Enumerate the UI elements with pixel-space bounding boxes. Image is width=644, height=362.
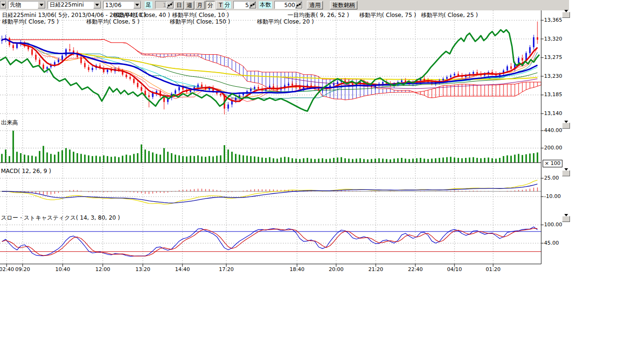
time-axis-label: 09:20 xyxy=(15,266,30,272)
value-axis-label: 13,230 xyxy=(544,73,562,79)
chart-application-window: { "toolbar": { "partial_combo_arrow": "c… xyxy=(0,0,644,362)
value-axis-label: 13,185 xyxy=(544,91,562,98)
time-axis-label: 01:20 xyxy=(486,266,501,272)
legend-item: 移動平均( Close, 5 ) xyxy=(86,18,140,26)
ichimoku-cloud-group xyxy=(2,39,541,99)
chevron-down-icon xyxy=(564,168,568,180)
legend-item: 移動平均( Close, 20 ) xyxy=(257,18,314,26)
value-axis-label: 100.00 xyxy=(544,222,562,228)
chevron-down-icon xyxy=(564,121,568,132)
time-axis-label: 18:40 xyxy=(289,266,305,272)
value-axis-label: 45.00 xyxy=(544,240,559,246)
legend-item: 移動平均( Close, 75 ) xyxy=(359,11,416,19)
macd-group xyxy=(0,180,541,204)
candles-group xyxy=(1,22,538,115)
stochastics-panel-title: スロー・ストキャスティクス( 14, 3, 80, 20 ) xyxy=(1,214,120,222)
time-axis-label: 14:40 xyxy=(175,266,190,272)
stochastics-group xyxy=(0,227,541,256)
time-axis-label: 04/10 xyxy=(447,266,462,272)
volume-panel-title: 出来高 xyxy=(1,119,18,127)
time-axis-label: 20:00 xyxy=(329,266,344,272)
value-axis-label: 25.00 xyxy=(544,175,559,181)
chevron-down-icon xyxy=(564,214,568,225)
price-panel-dropdown-button[interactable] xyxy=(562,12,570,18)
time-axis-label: 17:20 xyxy=(219,266,234,272)
comparison-line-group xyxy=(0,30,539,111)
axis-group xyxy=(0,10,544,267)
ma-thick-lines-group xyxy=(2,39,537,101)
time-axis-label: 21:20 xyxy=(368,266,383,272)
time-axis-label: 22:40 xyxy=(408,266,423,272)
value-axis-label: 200.00 xyxy=(544,145,562,151)
value-axis-label: 13,320 xyxy=(544,36,562,42)
time-axis-label: 12:00 xyxy=(95,266,110,272)
value-axis-label: 13,275 xyxy=(544,54,562,60)
macd-panel-title: MACD( 12, 26, 9 ) xyxy=(1,168,51,174)
legend-item: 移動平均( Close, 25 ) xyxy=(421,11,478,19)
stochastics-panel-dropdown-button[interactable] xyxy=(562,216,570,222)
volume-panel-dropdown-button[interactable] xyxy=(562,123,570,129)
time-axis-label: 10:40 xyxy=(55,266,70,272)
gridlines-group xyxy=(0,10,541,264)
time-axis-label: 02:40 xyxy=(0,266,14,272)
volume-bars-group xyxy=(1,131,538,163)
macd-panel-dropdown-button[interactable] xyxy=(562,170,570,176)
value-axis-label: 440.00 xyxy=(544,127,562,133)
value-axis-label: 13,365 xyxy=(544,17,562,23)
legend-item: 移動平均( Close, 150 ) xyxy=(170,18,230,26)
legend-item: 移動平均( Close, 75 ) xyxy=(2,18,59,26)
value-axis-label: -10.00 xyxy=(544,193,561,199)
time-axis-label: 13:20 xyxy=(135,266,150,272)
volume-multiplier-box: × 100 xyxy=(543,160,562,167)
value-axis-label: 13,140 xyxy=(544,110,562,116)
chevron-down-icon xyxy=(564,10,568,21)
